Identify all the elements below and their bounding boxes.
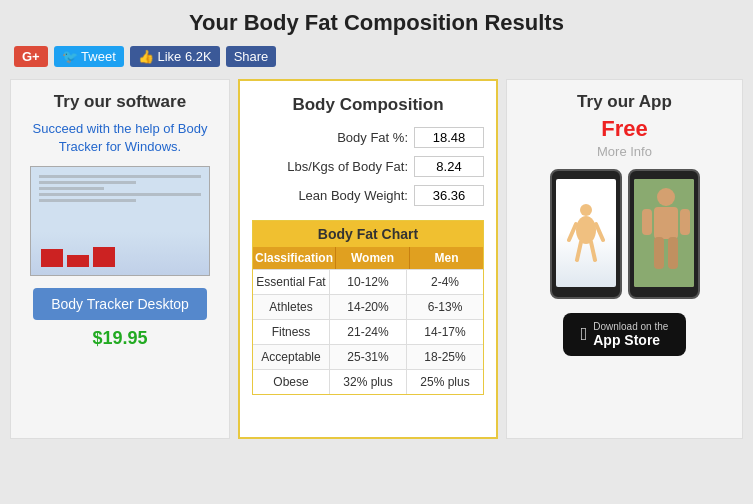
lbs-kgs-label: Lbs/Kgs of Body Fat: xyxy=(252,159,414,174)
chart-data-row: Acceptable25-31%18-25% xyxy=(253,344,483,369)
chart-cell: 25-31% xyxy=(330,345,407,369)
svg-line-5 xyxy=(591,242,595,260)
svg-rect-8 xyxy=(654,207,678,239)
chart-cell: 14-17% xyxy=(407,320,483,344)
chart-cell: Athletes xyxy=(253,295,330,319)
chart-cell: Acceptable xyxy=(253,345,330,369)
svg-point-1 xyxy=(576,216,596,244)
chart-cell: 6-13% xyxy=(407,295,483,319)
thumbs-up-icon: 👍 xyxy=(138,49,154,64)
svg-point-7 xyxy=(657,188,675,206)
chart-cell: Essential Fat xyxy=(253,270,330,294)
svg-line-4 xyxy=(577,242,581,260)
software-heading: Try our software xyxy=(21,92,219,112)
chart-data-row: Athletes14-20%6-13% xyxy=(253,294,483,319)
appstore-button[interactable]:  Download on the App Store xyxy=(563,313,687,356)
software-download-button[interactable]: Body Tracker Desktop xyxy=(33,288,207,320)
chart-data-row: Essential Fat10-12%2-4% xyxy=(253,269,483,294)
appstore-big-text: App Store xyxy=(593,332,660,348)
body-fat-row: Body Fat %: 18.48 xyxy=(252,127,484,148)
phone-left-screen xyxy=(556,179,616,287)
phone-right-screen xyxy=(634,179,694,287)
svg-rect-9 xyxy=(642,209,652,235)
chart-data-row: Obese32% plus25% plus xyxy=(253,369,483,394)
body-fat-label: Body Fat %: xyxy=(252,130,414,145)
body-fat-chart: Body Fat Chart Classification Women Men … xyxy=(252,220,484,395)
figure-svg xyxy=(567,202,605,264)
apple-icon:  xyxy=(581,324,588,345)
svg-line-3 xyxy=(596,224,603,240)
lbs-kgs-row: Lbs/Kgs of Body Fat: 8.24 xyxy=(252,156,484,177)
chart-cell: 2-4% xyxy=(407,270,483,294)
chart-header-women: Women xyxy=(336,247,410,269)
lean-body-row: Lean Body Weight: 36.36 xyxy=(252,185,484,206)
software-description: Succeed with the help of Body Tracker fo… xyxy=(21,120,219,156)
chart-title: Body Fat Chart xyxy=(253,221,483,247)
tweet-button[interactable]: 🐦 Tweet xyxy=(54,46,124,67)
chart-cell: 25% plus xyxy=(407,370,483,394)
body-composition-heading: Body Composition xyxy=(252,95,484,115)
svg-line-2 xyxy=(569,224,576,240)
chart-cell: Fitness xyxy=(253,320,330,344)
main-content: Try our software Succeed with the help o… xyxy=(10,79,743,439)
chart-cell: 14-20% xyxy=(330,295,407,319)
gplus-button[interactable]: G+ xyxy=(14,46,48,67)
chart-cell: 18-25% xyxy=(407,345,483,369)
right-panel: Try our App Free More Info xyxy=(506,79,743,439)
svg-rect-10 xyxy=(680,209,690,235)
svg-rect-11 xyxy=(654,237,664,269)
social-bar: G+ 🐦 Tweet 👍 Like 6.2K Share xyxy=(10,46,743,67)
chart-cell: 21-24% xyxy=(330,320,407,344)
left-panel: Try our software Succeed with the help o… xyxy=(10,79,230,439)
bird-icon: 🐦 xyxy=(62,49,78,64)
phone-right xyxy=(628,169,700,299)
app-phones xyxy=(517,169,732,299)
man-svg xyxy=(634,179,694,287)
lean-body-label: Lean Body Weight: xyxy=(252,188,414,203)
chart-data-row: Fitness21-24%14-17% xyxy=(253,319,483,344)
software-price: $19.95 xyxy=(21,328,219,349)
chart-cell: Obese xyxy=(253,370,330,394)
app-heading: Try our App xyxy=(517,92,732,112)
free-label: Free xyxy=(517,116,732,142)
chart-header-classification: Classification xyxy=(253,247,336,269)
chart-cell: 32% plus xyxy=(330,370,407,394)
phone-left xyxy=(550,169,622,299)
lean-body-value: 36.36 xyxy=(414,185,484,206)
appstore-small-text: Download on the xyxy=(593,321,668,332)
chart-header: Classification Women Men xyxy=(253,247,483,269)
appstore-text: Download on the App Store xyxy=(593,321,668,348)
body-fat-value: 18.48 xyxy=(414,127,484,148)
page-title: Your Body Fat Composition Results xyxy=(10,10,743,36)
more-info-label: More Info xyxy=(517,144,732,159)
lbs-kgs-value: 8.24 xyxy=(414,156,484,177)
svg-rect-12 xyxy=(668,237,678,269)
share-button[interactable]: Share xyxy=(226,46,277,67)
center-panel: Body Composition Body Fat %: 18.48 Lbs/K… xyxy=(238,79,498,439)
chart-header-men: Men xyxy=(410,247,483,269)
chart-cell: 10-12% xyxy=(330,270,407,294)
svg-point-0 xyxy=(580,204,592,216)
software-screenshot xyxy=(30,166,210,276)
like-button[interactable]: 👍 Like 6.2K xyxy=(130,46,220,67)
